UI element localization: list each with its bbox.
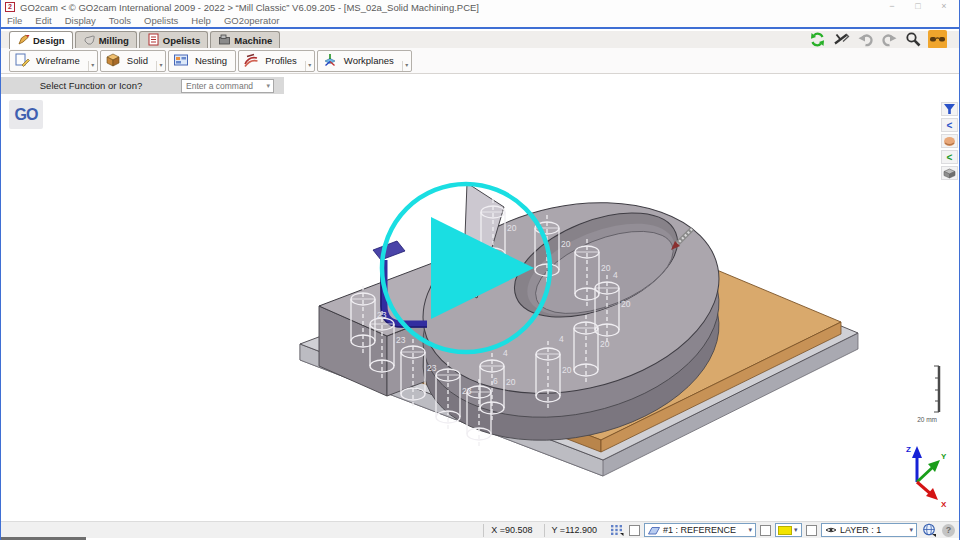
combo-chevron-icon: ▾ bbox=[266, 82, 273, 90]
svg-text:20: 20 bbox=[562, 365, 572, 375]
dropdown-chevron-icon[interactable]: ▾ bbox=[305, 61, 314, 71]
svg-text:20: 20 bbox=[621, 299, 631, 309]
profiles-icon bbox=[239, 52, 259, 70]
workplanes-button[interactable]: Workplanes ▾ bbox=[317, 50, 412, 72]
go2cam-app-icon: 2 bbox=[5, 2, 15, 12]
close-button[interactable]: × bbox=[931, 0, 957, 13]
solid-button[interactable]: Solid ▾ bbox=[100, 50, 166, 72]
page-back-icon[interactable]: < bbox=[941, 118, 958, 132]
axis-z-label: Z bbox=[906, 445, 911, 454]
nesting-label: Nesting bbox=[189, 55, 235, 66]
simulation-glasses-icon[interactable] bbox=[928, 30, 947, 49]
tab-design-label: Design bbox=[33, 35, 65, 46]
axis-x-label: X bbox=[941, 500, 947, 509]
scale-ruler bbox=[934, 366, 939, 412]
layer-select[interactable]: LAYER : 1 ▾ bbox=[821, 523, 917, 537]
solid-icon bbox=[101, 52, 121, 70]
side-panel: < < bbox=[941, 102, 958, 180]
select-chevron-icon: ▾ bbox=[909, 526, 913, 534]
command-combobox[interactable]: ▾ bbox=[181, 79, 274, 93]
redo-icon[interactable] bbox=[880, 30, 899, 49]
status-bar: X =90.508 Y =112.900 #1 : REFERENCE ▾ ▾ … bbox=[1, 521, 959, 538]
svg-text:20: 20 bbox=[600, 339, 610, 349]
plane-icon bbox=[648, 526, 660, 535]
undo-icon[interactable] bbox=[856, 30, 875, 49]
dropdown-chevron-icon[interactable]: ▾ bbox=[402, 61, 411, 71]
svg-text:23: 23 bbox=[427, 363, 437, 373]
milling-tab-icon bbox=[83, 33, 96, 48]
command-prompt-label: Select Function or Icon? bbox=[1, 80, 181, 91]
regenerate-icon[interactable] bbox=[808, 30, 827, 49]
profiles-label: Profiles bbox=[259, 55, 305, 66]
tab-opelists[interactable]: Opelists bbox=[139, 31, 209, 48]
play-button[interactable] bbox=[378, 180, 555, 357]
menu-bar: File Edit Display Tools Opelists Help GO… bbox=[1, 14, 959, 27]
layer-value: LAYER : 1 bbox=[840, 525, 881, 535]
menu-tools[interactable]: Tools bbox=[109, 15, 131, 26]
go2cam-window: 2 GO2cam < © GO2cam International 2009 -… bbox=[0, 0, 960, 540]
command-bar: Select Function or Icon? ▾ bbox=[1, 77, 284, 94]
play-triangle-icon bbox=[431, 217, 534, 319]
solid-view-icon[interactable] bbox=[941, 134, 958, 148]
wireframe-button[interactable]: Wireframe ▾ bbox=[9, 50, 98, 72]
world-view-icon[interactable] bbox=[921, 523, 938, 538]
wireframe-icon bbox=[10, 52, 30, 70]
tab-milling[interactable]: Milling bbox=[75, 31, 137, 48]
axis-triad: Z Y X bbox=[906, 445, 947, 509]
menu-display[interactable]: Display bbox=[65, 15, 96, 26]
dropdown-chevron-icon[interactable]: ▾ bbox=[88, 61, 97, 71]
grid-snap-icon[interactable] bbox=[608, 523, 625, 538]
menu-opelists[interactable]: Opelists bbox=[144, 15, 178, 26]
plane-checkbox[interactable] bbox=[760, 525, 771, 536]
diameter-annotation: 4 bbox=[613, 270, 618, 280]
menu-help[interactable]: Help bbox=[191, 15, 211, 26]
x-coordinate: X =90.508 bbox=[483, 524, 539, 537]
ribbon-toolbar: Wireframe ▾ Solid ▾ Nesting Profiles ▾ W… bbox=[1, 48, 959, 74]
caliper-icon[interactable] bbox=[832, 30, 851, 49]
stock-view-icon[interactable] bbox=[941, 166, 958, 180]
color-picker-button[interactable]: ▾ bbox=[775, 523, 802, 537]
title-bar: 2 GO2cam < © GO2cam International 2009 -… bbox=[1, 0, 959, 14]
menu-go2operator[interactable]: GO2operator bbox=[224, 15, 279, 26]
help-icon[interactable]: ? bbox=[942, 524, 955, 537]
viewport-3d[interactable]: GO bbox=[1, 94, 959, 521]
grid-checkbox[interactable] bbox=[629, 525, 640, 536]
tab-opelists-label: Opelists bbox=[163, 35, 201, 46]
filter-icon[interactable] bbox=[941, 102, 958, 116]
axis-y-label: Y bbox=[941, 452, 947, 461]
minimize-button[interactable]: − bbox=[879, 0, 905, 13]
menu-file[interactable]: File bbox=[7, 15, 22, 26]
svg-text:20: 20 bbox=[506, 377, 516, 387]
zoom-icon[interactable] bbox=[904, 30, 923, 49]
window-title: GO2cam < © GO2cam International 2009 - 2… bbox=[20, 2, 479, 13]
maximize-button[interactable]: □ bbox=[905, 0, 931, 13]
swatch-chevron-icon: ▾ bbox=[794, 526, 798, 534]
scale-label: 20 mm bbox=[917, 416, 937, 423]
nesting-icon bbox=[169, 52, 189, 70]
tab-machine[interactable]: Machine bbox=[210, 31, 280, 48]
reference-plane-value: #1 : REFERENCE bbox=[663, 525, 736, 535]
dropdown-chevron-icon[interactable]: ▾ bbox=[156, 61, 165, 71]
solid-label: Solid bbox=[121, 55, 156, 66]
color-checkbox[interactable] bbox=[806, 525, 817, 536]
svg-text:6: 6 bbox=[493, 376, 498, 386]
machine-tab-icon bbox=[218, 33, 231, 48]
menu-edit[interactable]: Edit bbox=[35, 15, 51, 26]
diameter-annotation: 4 bbox=[559, 334, 564, 344]
opelists-tab-icon bbox=[147, 33, 160, 48]
nesting-button[interactable]: Nesting bbox=[168, 50, 236, 72]
accent-divider bbox=[1, 27, 959, 29]
tab-milling-label: Milling bbox=[99, 35, 129, 46]
y-coordinate: Y =112.900 bbox=[544, 524, 604, 537]
wireframe-label: Wireframe bbox=[30, 55, 88, 66]
reference-plane-select[interactable]: #1 : REFERENCE ▾ bbox=[644, 523, 756, 537]
workplanes-icon bbox=[318, 52, 338, 70]
design-tab-icon bbox=[17, 33, 30, 48]
profiles-button[interactable]: Profiles ▾ bbox=[238, 50, 315, 72]
command-input[interactable] bbox=[182, 81, 266, 91]
quick-access-row1 bbox=[808, 30, 947, 49]
select-chevron-icon: ▾ bbox=[748, 526, 752, 534]
step-back-icon[interactable]: < bbox=[941, 150, 958, 164]
tab-design[interactable]: Design bbox=[9, 31, 73, 49]
color-swatch bbox=[778, 526, 792, 535]
